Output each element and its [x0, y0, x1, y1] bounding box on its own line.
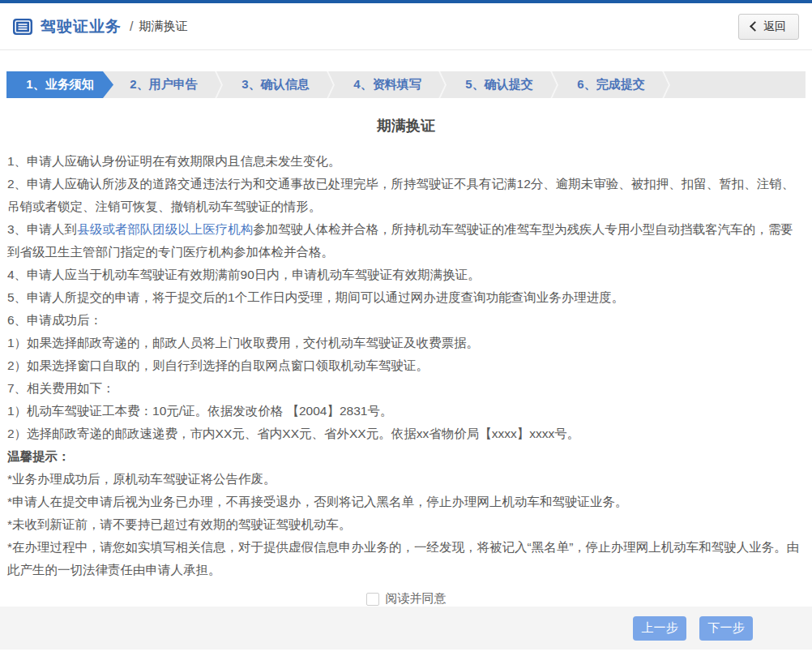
- notice-text: 5、申请人所提交的申请，将于提交后的1个工作日内受理，期间可以通过网办进度查询功…: [7, 290, 624, 304]
- notice-text: *在办理过程中，请您如实填写相关信息，对于提供虚假信息申办业务的，一经发现，将被…: [7, 540, 799, 577]
- notice-text: *业务办理成功后，原机动车驾驶证将公告作废。: [7, 472, 276, 486]
- step-bar: 1、业务须知2、用户申告3、确认信息4、资料填写5、确认提交6、完成提交: [6, 71, 806, 98]
- notice-line: 温馨提示：: [7, 445, 805, 468]
- notice-text: 1）机动车驾驶证工本费：10元/证。依据发改价格 【2004】2831号。: [7, 404, 392, 418]
- notice-line: 3、申请人到县级或者部队团级以上医疗机构参加驾驶人体检并合格，所持机动车驾驶证的…: [7, 218, 805, 264]
- step-3[interactable]: 3、确认信息: [225, 71, 326, 98]
- notice-line: 2）如果选择窗口自取的，则自行到选择的自取网点窗口领取机动车驾驶证。: [7, 354, 805, 377]
- notice-text: 6、申请成功后：: [7, 313, 102, 327]
- notice-text: 1）如果选择邮政寄递的，邮政人员将上门收取费用，交付机动车驾驶证及收费票据。: [7, 336, 479, 349]
- main-content: 期满换证 1、申请人应确认身份证明在有效期限内且信息未发生变化。2、申请人应确认…: [0, 98, 812, 607]
- notice-text: *未收到新证前，请不要持已超过有效期的驾驶证驾驶机动车。: [7, 517, 352, 531]
- notice-line: 2）选择邮政寄递的邮政速递费，市内XX元、省内XX元、省外XX元。依据xx省物价…: [7, 422, 805, 445]
- step-separator-chevron: [326, 71, 337, 98]
- notice-text: 1、申请人应确认身份证明在有效期限内且信息未发生变化。: [7, 154, 341, 168]
- previous-step-button[interactable]: 上一步: [633, 616, 686, 641]
- step-bar-filler: [673, 71, 806, 98]
- back-button-label: 返回: [763, 19, 786, 34]
- step-4[interactable]: 4、资料填写: [337, 71, 438, 98]
- notice-text: *申请人在提交申请后视为业务已办理，不再接受退办，否则将记入黑名单，停止办理网上…: [7, 495, 628, 508]
- notice-line: 1）机动车驾驶证工本费：10元/证。依据发改价格 【2004】2831号。: [7, 400, 805, 422]
- notice-text: 温馨提示：: [7, 449, 71, 463]
- step-separator-chevron: [661, 71, 673, 98]
- step-6[interactable]: 6、完成提交: [561, 71, 661, 98]
- notice-line: 1、申请人应确认身份证明在有效期限内且信息未发生变化。: [7, 150, 805, 173]
- breadcrumb-separator: /: [130, 19, 133, 34]
- notice-text: 2）如果选择窗口自取的，则自行到选择的自取网点窗口领取机动车驾驶证。: [7, 358, 429, 372]
- back-button[interactable]: 返回: [738, 14, 799, 40]
- notice-line: *在办理过程中，请您如实填写相关信息，对于提供虚假信息申办业务的，一经发现，将被…: [7, 536, 805, 581]
- notice-text: 4、申请人应当于机动车驾驶证有效期满前90日内，申请机动车驾驶证有效期满换证。: [7, 268, 481, 281]
- notice-line: 4、申请人应当于机动车驾驶证有效期满前90日内，申请机动车驾驶证有效期满换证。: [7, 264, 805, 286]
- notice-text: 2）选择邮政寄递的邮政速递费，市内XX元、省内XX元、省外XX元。依据xx省物价…: [7, 427, 579, 440]
- notice-line: 7、相关费用如下：: [7, 377, 805, 400]
- step-separator-chevron: [549, 71, 561, 98]
- medical-institution-link[interactable]: 县级或者部队团级以上医疗机构: [77, 222, 253, 236]
- notice-text: 3、申请人到: [7, 222, 77, 236]
- step-1[interactable]: 1、业务须知: [6, 71, 113, 98]
- notice-line: 6、申请成功后：: [7, 309, 805, 332]
- notice-text: 2、申请人应确认所涉及的道路交通违法行为和交通事故已处理完毕，所持驾驶证不具有记…: [7, 177, 794, 213]
- notice-body: 1、申请人应确认身份证明在有效期限内且信息未发生变化。2、申请人应确认所涉及的道…: [7, 150, 805, 581]
- notice-line: 5、申请人所提交的申请，将于提交后的1个工作日内受理，期间可以通过网办进度查询功…: [7, 286, 805, 309]
- list-icon: [13, 19, 32, 35]
- footer-action-bar: 上一步 下一步: [0, 607, 812, 650]
- notice-line: 2、申请人应确认所涉及的道路交通违法行为和交通事故已处理完毕，所持驾驶证不具有记…: [7, 173, 805, 218]
- bottom-margin: [0, 650, 812, 656]
- notice-line: *申请人在提交申请后视为业务已办理，不再接受退办，否则将记入黑名单，停止办理网上…: [7, 491, 805, 513]
- notice-line: *业务办理成功后，原机动车驾驶证将公告作废。: [7, 468, 805, 491]
- breadcrumb-page-name: 期满换证: [139, 19, 187, 34]
- agree-row: 阅读并同意: [7, 591, 805, 607]
- section-title: 驾驶证业务: [41, 16, 122, 37]
- agree-checkbox[interactable]: [366, 593, 379, 606]
- header: 驾驶证业务 / 期满换证 返回: [0, 3, 812, 50]
- step-5[interactable]: 5、确认提交: [449, 71, 549, 98]
- next-step-button[interactable]: 下一步: [699, 616, 753, 641]
- step-separator-chevron: [214, 71, 225, 98]
- agree-label[interactable]: 阅读并同意: [386, 591, 447, 607]
- step-separator-chevron: [438, 71, 449, 98]
- chevron-left-icon: [750, 21, 760, 32]
- step-2[interactable]: 2、用户申告: [113, 71, 214, 98]
- notice-text: 7、相关费用如下：: [7, 381, 115, 395]
- notice-line: 1）如果选择邮政寄递的，邮政人员将上门收取费用，交付机动车驾驶证及收费票据。: [7, 332, 805, 354]
- page: 驾驶证业务 / 期满换证 返回 1、业务须知2、用户申告3、确认信息4、资料填写…: [0, 0, 812, 656]
- notice-line: *未收到新证前，请不要持已超过有效期的驾驶证驾驶机动车。: [7, 513, 805, 536]
- page-title: 期满换证: [7, 116, 805, 135]
